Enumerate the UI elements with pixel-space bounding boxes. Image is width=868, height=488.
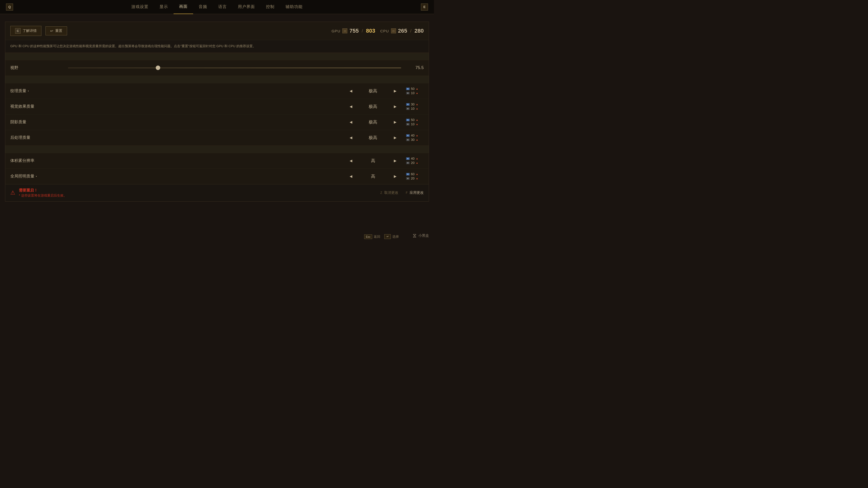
apply-label: 应用更改 <box>410 191 424 195</box>
fov-slider[interactable] <box>68 68 401 68</box>
shadow-next-button[interactable]: ▶ <box>392 119 398 125</box>
texture-budget: ▣ 50 ▲ ▣ 10 ▲ <box>406 87 424 95</box>
back-key: Esc <box>364 234 372 239</box>
post-process-control: ◀ 极高 ▶ ▣ 40 ▲ ▣ 30 ▲ <box>348 134 424 141</box>
post-gpu-arrow: ▲ <box>416 134 418 137</box>
texture-cpu-arrow: ▲ <box>416 92 418 94</box>
nav-next-key[interactable]: E <box>421 3 428 10</box>
fog-gpu-arrow: ▲ <box>416 157 418 160</box>
global-illumination-row: 全局照明质量 • ◀ 高 ▶ ▣ 60 ▲ ▣ 20 ▲ <box>5 169 429 184</box>
nav-item-display[interactable]: 显示 <box>154 0 174 14</box>
visual-effects-next-button[interactable]: ▶ <box>392 103 398 109</box>
gi-cpu-budget: 20 <box>411 176 414 180</box>
nav-item-game-settings[interactable]: 游戏设置 <box>126 0 154 14</box>
cpu-max-value: 280 <box>414 28 424 34</box>
texture-quality-label: 纹理质量 • <box>10 88 61 94</box>
fog-cpu-arrow: ▲ <box>416 161 418 164</box>
nav-item-accessibility[interactable]: 辅助功能 <box>280 0 308 14</box>
gi-value: 高 <box>358 173 388 179</box>
warning-text-block: 需要重启！ * 这些设置将在游戏重启后生效。 <box>19 188 67 198</box>
watermark: ⧖ 小黑盒 <box>413 232 429 239</box>
visual-effects-row: 视觉效果质量 ◀ 极高 ▶ ▣ 30 ▲ ▣ 10 ▲ <box>5 99 429 115</box>
fov-value: 75.5 <box>409 65 424 70</box>
shadow-prev-button[interactable]: ◀ <box>348 119 354 125</box>
post-process-next-button[interactable]: ▶ <box>392 135 398 140</box>
learn-details-button[interactable]: C 了解详情 <box>10 26 41 36</box>
gpu-budget-icon: ▣ <box>406 88 410 90</box>
volumetric-fog-next-button[interactable]: ▶ <box>392 158 398 164</box>
visual-gpu-arrow: ▲ <box>416 103 418 106</box>
reset-icon: ↩ <box>50 29 53 33</box>
texture-prev-button[interactable]: ◀ <box>348 88 354 94</box>
reset-button[interactable]: ↩ 重置 <box>45 26 67 35</box>
watermark-text: 小黑盒 <box>418 233 429 238</box>
back-label: 返回 <box>374 234 380 239</box>
texture-next-button[interactable]: ▶ <box>392 88 398 94</box>
back-nav-item[interactable]: Esc 返回 <box>364 234 380 239</box>
shadow-gpu-budget: 50 <box>411 118 414 122</box>
visual-effects-label: 视觉效果质量 <box>10 104 61 109</box>
description-text: GPU 和 CPU 的这种性能预算可让您决定游戏性能和视觉质量所需的设置。超出预… <box>5 40 429 53</box>
nav-item-controls[interactable]: 控制 <box>260 0 280 14</box>
volumetric-fog-control: ◀ 高 ▶ ▣ 40 ▲ ▣ 20 ▲ <box>348 157 424 165</box>
visual-effects-budget: ▣ 30 ▲ ▣ 10 ▲ <box>406 102 424 110</box>
texture-gpu-budget: 50 <box>411 87 414 91</box>
gpu-current-value: 755 <box>349 28 359 34</box>
texture-cpu-budget: 10 <box>411 91 414 95</box>
post-process-budget: ▣ 40 ▲ ▣ 30 ▲ <box>406 134 424 141</box>
post-process-value: 极高 <box>358 135 388 140</box>
cpu-budget-icon-2: ▣ <box>406 107 410 110</box>
shadow-budget: ▣ 50 ▲ ▣ 10 ▲ <box>406 118 424 126</box>
shadow-quality-row: 阴影质量 ◀ 极高 ▶ ▣ 50 ▲ ▣ 10 ▲ <box>5 115 429 130</box>
warning-bar: ⚠ 需要重启！ * 这些设置将在游戏重启后生效。 Z 取消更改 F 应用更改 <box>5 184 429 201</box>
gi-prev-button[interactable]: ◀ <box>348 173 354 179</box>
post-process-label: 后处理质量 <box>10 135 61 140</box>
visual-effects-prev-button[interactable]: ◀ <box>348 103 354 109</box>
visual-effects-value: 极高 <box>358 104 388 109</box>
cpu-separator: / <box>410 28 411 34</box>
gi-next-button[interactable]: ▶ <box>392 173 398 179</box>
volumetric-fog-row: 体积雾分辨率 ◀ 高 ▶ ▣ 40 ▲ ▣ 20 ▲ <box>5 153 429 169</box>
reset-label: 重置 <box>55 29 62 33</box>
post-process-prev-button[interactable]: ◀ <box>348 135 354 140</box>
nav-item-ui[interactable]: 用户界面 <box>232 0 260 14</box>
shadow-cpu-arrow: ▲ <box>416 123 418 126</box>
volumetric-fog-prev-button[interactable]: ◀ <box>348 158 354 164</box>
volumetric-fog-budget: ▣ 40 ▲ ▣ 20 ▲ <box>406 157 424 165</box>
select-nav-item[interactable]: ↵ 选择 <box>384 234 399 239</box>
texture-quality-control: ◀ 极高 ▶ ▣ 50 ▲ ▣ 10 ▲ <box>348 87 424 95</box>
shadow-quality-label: 阴影质量 <box>10 120 61 125</box>
learn-details-label: 了解详情 <box>23 29 37 33</box>
apply-key: F <box>406 191 408 195</box>
main-settings-panel: C 了解详情 ↩ 重置 GPU □ 755 / 803 CPU □ 265 / … <box>5 22 429 202</box>
cpu-budget-icon-4: ▣ <box>406 138 410 141</box>
texture-quality-value: 极高 <box>358 88 388 94</box>
fov-label: 视野 <box>10 65 61 70</box>
shadow-quality-control: ◀ 极高 ▶ ▣ 50 ▲ ▣ 10 ▲ <box>348 118 424 126</box>
gpu-label: GPU <box>332 29 341 33</box>
shadow-gpu-arrow: ▲ <box>416 119 418 121</box>
top-bar: C 了解详情 ↩ 重置 GPU □ 755 / 803 CPU □ 265 / … <box>5 22 429 40</box>
gpu-stat-group: GPU □ 755 / 803 <box>332 28 375 34</box>
cpu-icon: □ <box>391 28 396 33</box>
apply-changes-button[interactable]: F 应用更改 <box>406 191 424 195</box>
cpu-budget-icon-5: ▣ <box>406 162 410 164</box>
gpu-budget-icon-4: ▣ <box>406 134 410 137</box>
cpu-budget-icon: ▣ <box>406 92 410 94</box>
nav-prev-key[interactable]: Q <box>6 3 13 10</box>
gi-gpu-budget: 60 <box>411 172 414 176</box>
nav-item-language[interactable]: 语言 <box>213 0 232 14</box>
post-cpu-budget: 30 <box>411 138 414 141</box>
fog-gpu-budget: 40 <box>411 157 414 160</box>
texture-dot: • <box>28 90 29 92</box>
cancel-changes-button[interactable]: Z 取消更改 <box>380 191 398 195</box>
warning-main-text: 需要重启！ <box>19 188 67 193</box>
section-divider-3 <box>5 145 429 153</box>
select-key: ↵ <box>384 234 391 239</box>
gpu-separator: / <box>362 28 363 34</box>
fov-slider-container[interactable] <box>61 68 409 68</box>
learn-key-badge: C <box>15 28 21 34</box>
nav-item-graphics[interactable]: 画面 <box>174 0 193 14</box>
fog-cpu-budget: 20 <box>411 161 414 165</box>
nav-item-audio[interactable]: 音频 <box>193 0 213 14</box>
